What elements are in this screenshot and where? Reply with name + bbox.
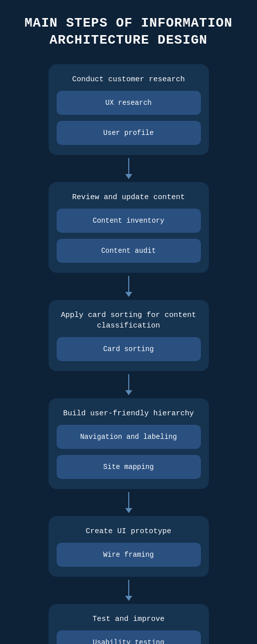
step-6-button-1[interactable]: Usability testing <box>57 630 201 644</box>
step-card-3: Apply card sorting for content classific… <box>49 300 209 371</box>
arrow-line-3 <box>128 374 129 390</box>
step-card-2: Review and update contentContent invento… <box>49 182 209 273</box>
arrow-4 <box>125 492 132 513</box>
arrow-3 <box>125 374 132 395</box>
arrow-head-4 <box>125 508 132 513</box>
step-card-5: Create UI prototypeWire framing <box>49 516 209 577</box>
step-2-button-2[interactable]: Content audit <box>57 239 201 263</box>
step-2-button-1[interactable]: Content inventory <box>57 209 201 233</box>
arrow-1 <box>125 158 132 179</box>
step-title-3: Apply card sorting for content classific… <box>57 310 201 331</box>
arrow-5 <box>125 580 132 601</box>
step-title-4: Build user-friendly hierarchy <box>63 408 194 419</box>
arrow-head-2 <box>125 292 132 297</box>
step-card-1: Conduct customer researchUX researchUser… <box>49 64 209 155</box>
step-card-6: Test and improveUsability testingFirst c… <box>49 604 209 644</box>
step-card-4: Build user-friendly hierarchyNavigation … <box>49 398 209 489</box>
step-1-button-2[interactable]: User profile <box>57 121 201 145</box>
step-3-button-1[interactable]: Card sorting <box>57 337 201 361</box>
arrow-head-5 <box>125 596 132 601</box>
step-4-button-2[interactable]: Site mapping <box>57 455 201 479</box>
flow-container: Conduct customer researchUX researchUser… <box>10 64 247 644</box>
step-title-5: Create UI prototype <box>86 526 171 537</box>
arrow-line-4 <box>128 492 129 508</box>
arrow-head-1 <box>125 174 132 179</box>
step-title-1: Conduct customer research <box>72 74 185 85</box>
step-title-2: Review and update content <box>72 192 185 203</box>
arrow-head-3 <box>125 390 132 395</box>
page-title: MAIN STEPS OF INFORMATION ARCHITECTURE D… <box>10 15 247 49</box>
arrow-2 <box>125 276 132 297</box>
step-5-button-1[interactable]: Wire framing <box>57 543 201 567</box>
step-4-button-1[interactable]: Navigation and labeling <box>57 425 201 449</box>
arrow-line-2 <box>128 276 129 292</box>
arrow-line-1 <box>128 158 129 174</box>
arrow-line-5 <box>128 580 129 596</box>
step-1-button-1[interactable]: UX research <box>57 91 201 115</box>
step-title-6: Test and improve <box>92 614 164 624</box>
